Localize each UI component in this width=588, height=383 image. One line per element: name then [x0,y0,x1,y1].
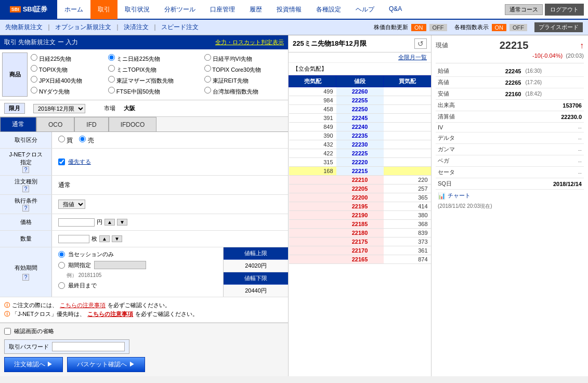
help-icon-jnet[interactable]: ? [22,166,30,173]
change-time: (20:03) [566,52,584,59]
kakaku-down-btn[interactable]: ▼ [117,219,127,226]
bottom-section: 確認画面の省略 取引パスワード 注文確認へ ▶ バスケット確認へ ▶ [0,323,288,376]
ask-qty: 422 [289,149,336,158]
nav-qa[interactable]: Q&A [382,0,409,19]
radio-ftse[interactable] [108,87,115,94]
confirm-skip-checkbox[interactable] [4,328,11,335]
kakaku-up-btn[interactable]: ▲ [104,219,115,226]
current-label: 現値 [436,41,448,50]
product-col2-r4: FTSE中国50先物 [105,86,201,97]
radio-reit[interactable] [204,76,211,83]
main-content: 取引 先物新規注文 ー 入力 全力・ロスカット判定表示 商品 日経225先物 ミ… [0,35,588,376]
subnav-speed[interactable]: スピード注文 [161,23,199,32]
price-row-gamma: ガンマ -- [436,144,584,155]
subnav-options[interactable]: オプション新規注文 [55,23,111,32]
radio-final-day[interactable] [58,282,65,289]
price-row-theta: セータ -- [436,167,584,178]
chart-link[interactable]: チャート [448,192,471,200]
nav-status[interactable]: 取引状況 [117,0,157,19]
nav-history[interactable]: 履歴 [242,0,269,19]
help-icon-chuman[interactable]: ? [22,186,30,192]
ask-price: 22255 [336,96,384,105]
price-board-button[interactable]: プライスボード [534,22,583,32]
refresh-button[interactable]: ↺ [414,38,427,49]
shikko-row: 執行条件 ? 指値 [0,195,288,214]
radio-session-only[interactable] [58,251,65,258]
limit-select[interactable]: 2018年12月限 [33,104,85,113]
jnet-priority-link[interactable]: 優先する [68,158,91,166]
zenyoku-link[interactable]: 全力・ロスカット判定表示 [215,38,284,46]
nav-account[interactable]: 口座管理 [203,0,242,19]
basket-button[interactable]: バスケット確認へ ▶ [67,357,145,372]
limit-market-row: 限月 2018年12月限 市場 大阪 [0,100,288,117]
kabuka-on-button[interactable]: ON [411,24,426,31]
time-taka: (17:26) [523,77,584,88]
nav-invest[interactable]: 投資情報 [269,0,309,19]
tab-ifd[interactable]: IFD [74,117,108,131]
bid-price: 22175 [336,237,384,246]
notice-link-1[interactable]: こちらの注意事項 [60,301,106,309]
product-col3-r4: 台湾加権指数先物 [201,86,286,97]
radio-mothers[interactable] [108,76,115,83]
radio-topix[interactable] [31,65,37,72]
yuko-row: 有効期間 ? 当セッションのみ 期間指定 例） 20181105 最終日まで 値… [0,247,288,297]
radio-buy[interactable] [58,136,65,142]
password-input[interactable] [52,342,125,351]
tab-normal[interactable]: 通常 [0,117,36,131]
radio-nydow[interactable] [31,87,37,94]
radio-nikkei-vi[interactable] [204,54,211,61]
radio-mini-topix[interactable] [108,65,115,72]
confirm-button[interactable]: 注文確認へ ▶ [4,357,63,372]
ask-price: 22230 [336,140,384,149]
action-buttons: 注文確認へ ▶ バスケット確認へ ▶ [4,357,284,372]
nav-trade[interactable]: 取引 [90,0,117,19]
logout-button[interactable]: ログアウト [545,4,584,16]
radio-mini-nikkei225[interactable] [108,54,115,61]
kakaku-input[interactable]: 0 [58,218,95,227]
radio-jpx400[interactable] [31,76,37,83]
ask-bid-empty [384,167,431,176]
course-button[interactable]: 通常コース [505,4,543,15]
shikko-select[interactable]: 指値 [58,200,85,209]
suryo-input[interactable] [58,235,89,243]
jnet-checkbox[interactable] [58,159,65,165]
product-col3-r3: 東証REIT先物 [201,75,286,86]
kakaku-unit: 円 [97,218,102,226]
radio-sell[interactable] [79,136,86,142]
nav-help[interactable]: ヘルプ [348,0,382,19]
shisu-off-button[interactable]: OFF [509,24,527,31]
password-area: 取引パスワード [4,339,284,354]
bid-qty: 257 [384,184,431,193]
kakaku-content: 0 円 ▲ ▼ [52,216,134,229]
radio-nikkei225[interactable] [31,54,37,61]
suryo-down-btn[interactable]: ▼ [112,235,122,242]
bid-qty: 361 [384,246,431,255]
help-icon-yuko[interactable]: ? [22,274,30,281]
subnav-futures[interactable]: 先物新規注文 [5,23,43,32]
nav-settings[interactable]: 各種設定 [309,0,348,19]
suryo-up-btn[interactable]: ▲ [99,235,110,242]
all-limit-link[interactable]: 全限月一覧 [398,54,427,61]
radio-taiwan[interactable] [204,87,211,94]
tab-ifdoco[interactable]: IFDOCO [109,117,157,131]
subnav-settlement[interactable]: 決済注文 [124,23,149,32]
bid-sell-empty [289,176,336,184]
nav-home[interactable]: ホーム [57,0,90,19]
bid-sell-empty [289,246,336,255]
radio-period[interactable] [58,262,65,269]
nav-analysis[interactable]: 分析ツール [157,0,203,19]
notice-link-2[interactable]: こちらの注意事項 [87,310,133,318]
ask-qty: 168 [289,167,336,176]
period-input[interactable] [94,261,146,269]
kakaku-row: 価格 0 円 ▲ ▼ [0,214,288,231]
product-col1-r2: TOPIX先物 [28,64,105,75]
bid-price: 22190 [336,211,384,220]
value-hajime: 22245 [464,65,523,77]
kabuka-off-button[interactable]: OFF [429,24,447,31]
tab-oco[interactable]: OCO [36,117,74,131]
shisu-on-button[interactable]: ON [492,24,507,31]
label-seisan: 清算値 [436,111,464,123]
radio-topix-core30[interactable] [204,65,211,72]
help-icon-shikko[interactable]: ? [22,205,30,212]
ask-qty: 849 [289,123,336,131]
